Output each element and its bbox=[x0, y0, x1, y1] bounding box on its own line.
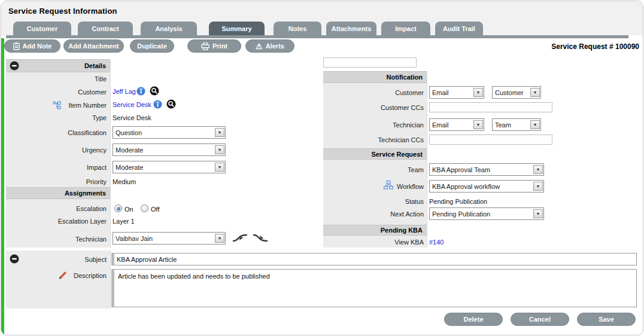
team-select[interactable]: KBA Approval Team ▼ bbox=[429, 163, 544, 176]
chevron-down-icon[interactable]: ▼ bbox=[473, 120, 483, 129]
notification-header-label: Notification bbox=[387, 74, 423, 81]
chevron-down-icon[interactable]: ▼ bbox=[530, 88, 540, 97]
chevron-down-icon[interactable]: ▼ bbox=[473, 88, 483, 97]
escalation-layer-label: Escalation Layer bbox=[6, 218, 107, 225]
chevron-down-icon[interactable]: ▼ bbox=[215, 145, 224, 154]
notification-technician-label: Technician bbox=[323, 121, 424, 129]
escalation-off-radio[interactable] bbox=[141, 204, 148, 212]
tab-impact[interactable]: Impact bbox=[381, 22, 430, 35]
technician-ccs-input[interactable] bbox=[429, 135, 552, 145]
notification-technician-method-select[interactable]: Email ▼ bbox=[429, 118, 484, 131]
notification-customer-target-select[interactable]: Customer ▼ bbox=[492, 86, 541, 99]
urgency-select[interactable]: Moderate ▼ bbox=[113, 143, 226, 156]
alerts-label: Alerts bbox=[266, 42, 284, 50]
impact-select[interactable]: Moderate ▼ bbox=[113, 161, 226, 173]
service-request-header-label: Service Request bbox=[371, 151, 423, 158]
urgency-label: Urgency bbox=[6, 146, 107, 154]
customer-search-icon[interactable] bbox=[150, 86, 159, 96]
team-label: Team bbox=[323, 166, 424, 173]
technician-ccs-label: Technician CCs bbox=[323, 136, 424, 143]
add-attachment-button[interactable]: Add Attachment bbox=[63, 39, 124, 53]
tab-summary[interactable]: Summary bbox=[209, 22, 265, 35]
tab-customer[interactable]: Customer bbox=[13, 22, 71, 35]
next-action-value: Pending Publication bbox=[430, 210, 533, 218]
chevron-down-icon[interactable]: ▼ bbox=[215, 163, 224, 172]
customer-ccs-input[interactable] bbox=[429, 102, 552, 112]
pending-kba-header-label: Pending KBA bbox=[381, 227, 423, 234]
priority-value: Medium bbox=[113, 178, 136, 185]
technician-label: Technician bbox=[6, 236, 107, 243]
tab-audit-trail[interactable]: Audit Trail bbox=[435, 22, 483, 35]
notification-customer-method-select[interactable]: Email ▼ bbox=[429, 86, 484, 99]
chevron-down-icon[interactable]: ▼ bbox=[533, 165, 543, 174]
alerts-button[interactable]: ⚠ Alerts bbox=[245, 39, 294, 53]
details-header-label: Details bbox=[84, 62, 106, 69]
subject-label: Subject bbox=[6, 256, 107, 263]
chevron-down-icon[interactable]: ▼ bbox=[215, 234, 224, 243]
customer-label: Customer bbox=[6, 88, 107, 96]
classification-select[interactable]: Question ▼ bbox=[113, 126, 226, 139]
pending-kba-section-header: Pending KBA bbox=[323, 225, 427, 236]
chevron-down-icon[interactable]: ▼ bbox=[530, 120, 540, 129]
item-number-link[interactable]: Service Desk bbox=[113, 101, 151, 108]
service-request-window: Service Request Information Customer Con… bbox=[1, 1, 643, 335]
description-textarea[interactable]: Article has been updated and needs to be… bbox=[111, 269, 637, 307]
title-label: Title bbox=[6, 75, 107, 83]
classification-value: Question bbox=[113, 129, 214, 136]
next-action-label: Next Action bbox=[323, 210, 424, 218]
cancel-button[interactable]: Cancel bbox=[511, 313, 569, 326]
assignments-header-label: Assignments bbox=[65, 190, 106, 197]
urgency-value: Moderate bbox=[113, 146, 214, 154]
tab-contract[interactable]: Contract bbox=[78, 22, 133, 35]
delete-label: Delete bbox=[463, 316, 483, 323]
assignments-section-header: Assignments bbox=[6, 187, 110, 199]
status-value: Pending Publication bbox=[429, 198, 487, 205]
notification-technician-method-value: Email bbox=[430, 121, 473, 129]
description-label: Description bbox=[6, 272, 107, 279]
type-value: Service Desk bbox=[113, 114, 151, 121]
details-section-header: Details bbox=[6, 59, 110, 72]
cancel-label: Cancel bbox=[529, 316, 551, 323]
service-request-section-header: Service Request bbox=[323, 148, 427, 160]
subject-input[interactable] bbox=[111, 253, 637, 265]
escalation-label: Escalation bbox=[6, 205, 107, 212]
workflow-select[interactable]: KBA Approval workflow ▼ bbox=[429, 180, 544, 193]
escalation-on-radio[interactable] bbox=[114, 204, 122, 212]
notification-technician-target-value: Team bbox=[493, 121, 530, 129]
duplicate-label: Duplicate bbox=[137, 42, 167, 50]
add-note-button[interactable]: Add Note bbox=[4, 39, 60, 53]
quick-search-input[interactable] bbox=[323, 57, 417, 68]
printer-icon bbox=[201, 42, 209, 50]
view-kba-link[interactable]: #140 bbox=[429, 239, 443, 246]
customer-info-icon[interactable] bbox=[136, 87, 145, 96]
classification-label: Classification bbox=[6, 129, 107, 136]
green-accent-strip bbox=[1, 38, 4, 334]
note-icon bbox=[13, 42, 20, 50]
notification-technician-target-select[interactable]: Team ▼ bbox=[492, 118, 541, 131]
technician-select[interactable]: Vaibhav Jain ▼ bbox=[113, 232, 226, 245]
delete-button[interactable]: Delete bbox=[444, 313, 503, 326]
deescalate-down-icon[interactable] bbox=[253, 233, 268, 243]
workflow-label: Workflow bbox=[323, 183, 424, 190]
collapse-details-button[interactable] bbox=[10, 61, 19, 71]
notification-customer-method-value: Email bbox=[430, 89, 473, 96]
save-button[interactable]: Save bbox=[577, 313, 636, 326]
customer-link[interactable]: Jeff Lag bbox=[113, 88, 136, 95]
tab-attachments[interactable]: Attachments bbox=[326, 22, 376, 35]
chevron-down-icon[interactable]: ▼ bbox=[215, 128, 224, 137]
item-search-icon[interactable] bbox=[166, 99, 176, 109]
tab-notes[interactable]: Notes bbox=[274, 22, 321, 35]
chevron-down-icon[interactable]: ▼ bbox=[533, 182, 543, 191]
chevron-down-icon[interactable]: ▼ bbox=[533, 209, 543, 218]
add-attachment-label: Add Attachment bbox=[68, 42, 119, 50]
duplicate-button[interactable]: Duplicate bbox=[130, 39, 174, 53]
impact-value: Moderate bbox=[113, 164, 214, 171]
impact-label: Impact bbox=[6, 164, 107, 171]
tab-analysis[interactable]: Analysis bbox=[141, 22, 197, 35]
item-number-label: Item Number bbox=[6, 102, 107, 109]
notification-customer-target-value: Customer bbox=[493, 89, 530, 96]
next-action-select[interactable]: Pending Publication ▼ bbox=[429, 207, 544, 220]
item-info-icon[interactable] bbox=[153, 100, 162, 109]
print-button[interactable]: Print bbox=[187, 39, 241, 53]
escalate-up-icon[interactable] bbox=[232, 233, 248, 243]
